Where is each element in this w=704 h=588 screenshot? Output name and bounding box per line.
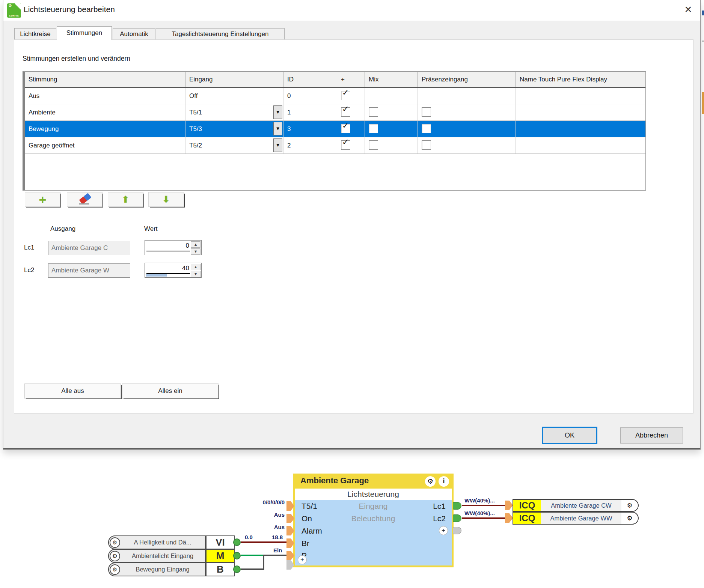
eingang-dropdown-button[interactable]: ▼ <box>273 122 282 135</box>
cell-eingang[interactable]: T5/2 ▼ <box>185 137 283 153</box>
cell-id[interactable]: 0 <box>283 88 337 104</box>
port-m[interactable]: M <box>206 549 235 563</box>
function-block-ambiente-garage[interactable]: Ambiente Garage ⚙ i Lichtsteuerung T5/1 … <box>293 474 454 567</box>
cell-name[interactable] <box>516 121 645 137</box>
cell-stimmung[interactable]: Garage geöffnet <box>25 137 185 153</box>
gear-icon[interactable]: ⚙ <box>110 551 120 561</box>
b-output-port[interactable] <box>233 565 241 573</box>
icq2-tag[interactable]: ICQ <box>513 512 542 525</box>
tab-stimmungen[interactable]: Stimmungen <box>57 26 112 40</box>
br-input-port[interactable] <box>286 538 294 548</box>
icq2-label[interactable]: Ambiente Garage WW <box>541 512 622 525</box>
plus-checkbox[interactable]: ✓ <box>341 124 350 133</box>
cell-id[interactable]: 1 <box>283 104 337 120</box>
icq1-label[interactable]: Ambiente Garage CW <box>541 499 622 512</box>
m-output-port[interactable] <box>233 552 241 559</box>
mix-checkbox[interactable] <box>369 140 378 150</box>
close-icon[interactable]: ✕ <box>681 3 696 17</box>
ok-button[interactable]: OK <box>542 427 597 444</box>
col-id[interactable]: ID <box>283 72 337 87</box>
add-output-port[interactable] <box>453 527 461 534</box>
block-info-button[interactable]: i <box>439 476 449 487</box>
alle-aus-button[interactable]: Alle aus <box>24 383 121 399</box>
t5-input-port[interactable] <box>286 501 294 511</box>
cell-name[interactable] <box>516 104 645 120</box>
cell-stimmung[interactable]: Ambiente <box>25 104 185 120</box>
cell-name[interactable] <box>516 137 645 153</box>
titlebar[interactable]: ⚙ CONFIG Lichtsteuerung bearbeiten ✕ <box>3 0 700 21</box>
source-helligkeit[interactable]: ⚙ A Helligkeit und Dä... <box>108 535 206 549</box>
praesenz-checkbox[interactable] <box>422 140 431 150</box>
table-row-aus[interactable]: Aus Off 0 ✓ <box>25 88 645 104</box>
col-plus[interactable]: + <box>337 72 365 87</box>
table-row-ambiente[interactable]: Ambiente T5/1 ▼ 1 ✓ <box>25 104 645 121</box>
move-down-button[interactable]: ⬇ <box>148 192 184 207</box>
col-eingang[interactable]: Eingang <box>185 72 283 87</box>
lc2-wert-spinner[interactable]: 40 ▲ ▼ <box>145 263 202 278</box>
cell-eingang[interactable]: Off <box>185 88 283 104</box>
gear-icon[interactable]: ⚙ <box>110 564 120 575</box>
port-b[interactable]: B <box>206 562 235 576</box>
eingang-dropdown-button[interactable]: ▼ <box>273 105 282 119</box>
gear-icon[interactable]: ⚙ <box>110 537 120 548</box>
table-row-garage-geoeffnet[interactable]: Garage geöffnet T5/2 ▼ 2 ✓ <box>25 137 645 154</box>
source-ambientelicht[interactable]: ⚙ Ambientelicht Eingang <box>108 549 206 563</box>
vi-output-port[interactable] <box>233 538 241 546</box>
col-stimmung[interactable]: Stimmung <box>25 72 185 87</box>
cell-id[interactable]: 3 <box>283 121 337 137</box>
icq2-input-port[interactable] <box>505 513 513 523</box>
cell-stimmung[interactable]: Aus <box>25 88 185 104</box>
table-row-bewegung[interactable]: Bewegung T5/3 ▼ 3 ✓ <box>25 121 645 137</box>
lc2-ausgang-field[interactable]: Ambiente Garage W <box>48 263 130 278</box>
block-gear-button[interactable]: ⚙ <box>425 476 436 487</box>
tab-lichtkreise[interactable]: Lichtkreise <box>14 28 56 40</box>
source-bewegung[interactable]: ⚙ Bewegung Eingang <box>108 562 206 576</box>
lc1-ausgang-field[interactable]: Ambiente Garage C <box>48 241 130 255</box>
plus-checkbox[interactable]: ✓ <box>341 140 350 150</box>
cell-stimmung[interactable]: Bewegung <box>25 121 185 137</box>
cell-name[interactable] <box>516 88 645 104</box>
port-vi[interactable]: VI <box>206 535 235 549</box>
col-mix[interactable]: Mix <box>365 72 418 87</box>
alles-ein-button[interactable]: Alles ein <box>122 383 219 399</box>
lc1-wert-spinner[interactable]: 0 ▲ ▼ <box>145 240 202 255</box>
cell-eingang[interactable]: T5/1 ▼ <box>185 104 283 120</box>
plus-checkbox[interactable]: ✓ <box>341 91 350 100</box>
col-praesenzeingang[interactable]: Präsenzeingang <box>418 72 516 87</box>
delete-row-button[interactable] <box>67 192 103 207</box>
abbrechen-button[interactable]: Abbrechen <box>620 427 683 444</box>
spin-up-icon[interactable]: ▲ <box>191 264 200 270</box>
on-input-port[interactable] <box>286 514 294 523</box>
lc1-output-port[interactable] <box>453 502 461 510</box>
icq1-input-port[interactable] <box>505 501 513 510</box>
spin-down-icon[interactable]: ▼ <box>191 271 200 277</box>
icq1-gear-button[interactable]: ⚙ <box>621 499 639 512</box>
add-output-button[interactable]: + <box>439 526 448 535</box>
lc1-wert-value[interactable]: 0 <box>186 242 189 250</box>
praesenz-checkbox[interactable] <box>422 124 431 133</box>
alarm-input-port[interactable] <box>286 526 294 535</box>
arrow-down-icon: ⬇ <box>162 194 170 205</box>
col-name-touch[interactable]: Name Touch Pure Flex Display <box>516 72 645 87</box>
icq1-tag[interactable]: ICQ <box>513 499 542 512</box>
add-row-button[interactable]: + <box>25 192 60 207</box>
praesenz-checkbox[interactable] <box>422 107 431 117</box>
lc2-output-port[interactable] <box>453 514 461 522</box>
eingang-dropdown-button[interactable]: ▼ <box>273 138 282 152</box>
spin-up-icon[interactable]: ▲ <box>191 241 200 248</box>
tab-automatik[interactable]: Automatik <box>113 28 155 40</box>
source-label: Bewegung Eingang <box>120 566 205 573</box>
mix-checkbox[interactable] <box>369 124 378 133</box>
add-input-port[interactable] <box>286 560 294 570</box>
cell-id[interactable]: 2 <box>283 137 337 153</box>
spin-down-icon[interactable]: ▼ <box>191 248 200 255</box>
cell-eingang[interactable]: T5/3 ▼ <box>185 121 283 137</box>
lc2-wert-value[interactable]: 40 <box>182 265 189 272</box>
mix-checkbox[interactable] <box>369 107 378 117</box>
icq2-gear-button[interactable]: ⚙ <box>621 512 639 525</box>
move-up-button[interactable]: ⬆ <box>108 192 143 207</box>
tab-tageslichtsteuerung[interactable]: Tageslichtsteuerung Einstellungen <box>156 28 285 40</box>
p-input-port[interactable] <box>286 551 294 560</box>
add-input-button[interactable]: + <box>298 555 307 564</box>
plus-checkbox[interactable]: ✓ <box>341 107 350 117</box>
